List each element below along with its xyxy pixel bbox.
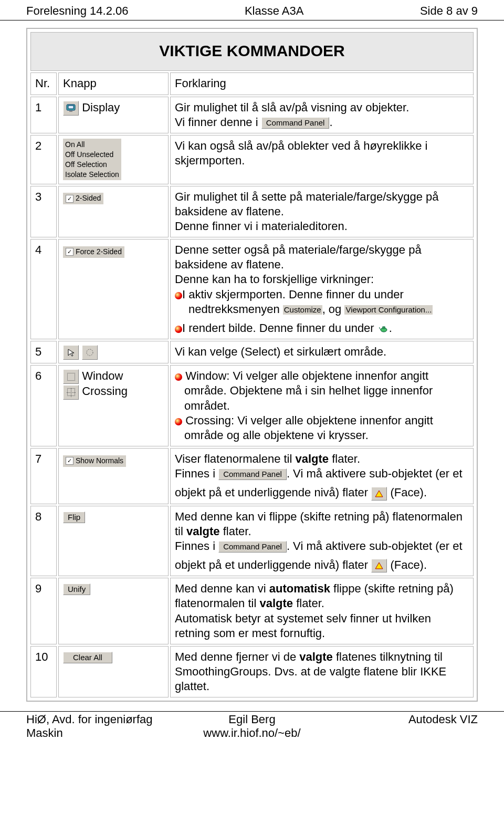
table-header-row: Nr. Knapp Forklaring [30,72,474,95]
row-nr: 6 [30,365,57,446]
row-knapp: Window Crossing [58,365,169,446]
row-nr: 1 [30,97,57,133]
footer-mid-1: Egil Berg [177,713,328,726]
checkbox-icon: ✓ [66,457,74,465]
bullet-icon [175,326,182,333]
row-forklaring: Med denne kan vi flippe (skifte retning … [170,506,474,577]
row-forklaring: Denne setter også på materiale/farge/sky… [170,239,474,339]
row-knapp: On All Off Unselected Off Selection Isol… [58,135,169,184]
row-forklaring: Med denne kan vi automatisk flippe (skif… [170,578,474,644]
row-knapp: Clear All [58,646,169,697]
r4-p3a: I aktiv skjermporten. Denne finner du un… [182,288,404,301]
bullet-icon [175,418,182,425]
r9-p2: Automatisk betyr at systemet selv finner… [175,611,469,641]
row-nr: 8 [30,506,57,577]
r9-p1a: Med denne kan vi [175,582,269,595]
force-two-sided-label: Force 2-Sided [76,247,122,257]
force-two-sided-checkbox: ✓ Force 2-Sided [63,246,124,258]
svg-rect-1 [68,106,74,109]
viewport-config-menu-label: Viewport Configuration... [344,305,433,315]
menu-item: On All [65,140,119,150]
commands-table: VIKTIGE KOMMANDOER Nr. Knapp Forklaring … [29,30,475,699]
r4-p4a: I rendert bilde. Denne finner du under [182,321,377,335]
row-knapp: Flip [58,506,169,577]
face-subobject-icon [371,559,387,572]
menu-item: Isolate Selection [65,170,119,180]
table-title: VIKTIGE KOMMANDOER [30,32,474,71]
r8-p3a: objekt på et underliggende nivå) flater [175,558,371,571]
row-forklaring: Gir mulighet til å slå av/på visning av … [170,97,474,133]
row-nr: 5 [30,341,57,363]
table-row: 3 ✓ 2-Sided Gir mulighet til å sette på … [30,186,474,237]
footer-left-2: Maskin [26,726,177,740]
row-nr: 3 [30,186,57,237]
header-center: Klasse A3A [245,4,304,18]
r4-p3c: , og [322,303,345,316]
r6-l1: Window: Vi velger alle objektene innenfo… [184,369,433,412]
row-nr: 4 [30,239,57,339]
footer-mid-2: www.ir.hiof.no/~eb/ [177,726,328,740]
row-nr: 10 [30,646,57,697]
footer-right: Autodesk VIZ [327,713,478,726]
row-knapp: ✓ Force 2-Sided [58,239,169,339]
arrow-select-icon [63,345,79,360]
row-forklaring: Viser flatenormalene til valgte flater. … [170,448,474,504]
display-icon [63,101,79,116]
row-forklaring: Gir mulighet til å sette på materiale/fa… [170,186,474,237]
flip-button: Flip [63,512,85,523]
crossing-label: Crossing [82,384,128,398]
col-forklaring-header: Forklaring [170,72,474,95]
r4-p2: Denne kan ha to forskjellige virkninger: [175,272,469,287]
menu-item: Off Selection [65,160,119,170]
r4-p4b: . [389,321,392,335]
crossing-select-icon [63,385,79,400]
table-row: 2 On All Off Unselected Off Selection Is… [30,135,474,184]
command-panel-button: Command Panel [218,541,287,553]
r8-p1b: valgte [186,525,220,538]
two-sided-checkbox: ✓ 2-Sided [63,193,103,204]
row-knapp: Display [58,97,169,133]
r7-p1c: flater. [329,452,360,465]
visibility-context-menu: On All Off Unselected Off Selection Isol… [63,139,121,181]
menu-item: Off Unselected [65,150,119,160]
r10-p1b: valgte [299,650,333,663]
r9-p1d: valgte [259,597,293,610]
row-knapp [58,341,169,363]
r7-p2a: Finnes i [175,467,218,480]
r8-p2b: . Vi må aktivere sub-objektet (er et [287,539,463,553]
row-forklaring: Window: Vi velger alle objektene innenfo… [170,365,474,446]
checkbox-icon: ✓ [66,248,74,256]
r8-p2a: Finnes i [175,539,218,553]
checkbox-icon: ✓ [66,195,74,203]
r9-p1b: automatisk [269,582,330,595]
table-row: 8 Flip Med denne kan vi flippe (skifte r… [30,506,474,577]
svg-marker-6 [375,491,383,497]
table-row: 10 Clear All Med denne fjerner vi de val… [30,646,474,697]
header-left: Forelesning 14.2.06 [26,4,128,18]
r9-p1e: flater. [293,597,324,610]
row-nr: 2 [30,135,57,184]
footer-left-1: HiØ, Avd. for ingeniørfag [26,713,177,726]
r1-line2a: Vi finner denne i [175,116,261,129]
unify-button: Unify [63,584,90,595]
table-row: 5 Vi kan velge (Select) et sirkulært omr… [30,341,474,363]
row-nr: 7 [30,448,57,504]
row-forklaring: Vi kan velge (Select) et sirkulært områd… [170,341,474,363]
table-row: 1 Display Gir mulighet til å slå av/på v… [30,97,474,133]
r7-p3b: (Face). [390,486,427,499]
header-right: Side 8 av 9 [420,4,478,18]
table-row: 6 Window Crossing [30,365,474,446]
table-row: 9 Unify Med denne kan vi automatisk flip… [30,578,474,644]
r4-p1: Denne setter også på materiale/farge/sky… [175,243,469,272]
r8-p1c: flater. [220,525,251,538]
r4-p3b: nedtrekksmenyen [188,303,283,316]
show-normals-checkbox: ✓ Show Normals [63,455,126,467]
r10-p1a: Med denne fjerner vi de [175,650,299,663]
svg-rect-2 [69,111,72,112]
r6-l2: Crossing: Vi velger alle objektene innen… [184,414,433,442]
window-label: Window [82,369,123,382]
col-nr-header: Nr. [30,72,57,95]
col-knapp-header: Knapp [58,72,169,95]
r8-p3b: (Face). [390,558,427,571]
page-header: Forelesning 14.2.06 Klasse A3A Side 8 av… [0,0,504,20]
